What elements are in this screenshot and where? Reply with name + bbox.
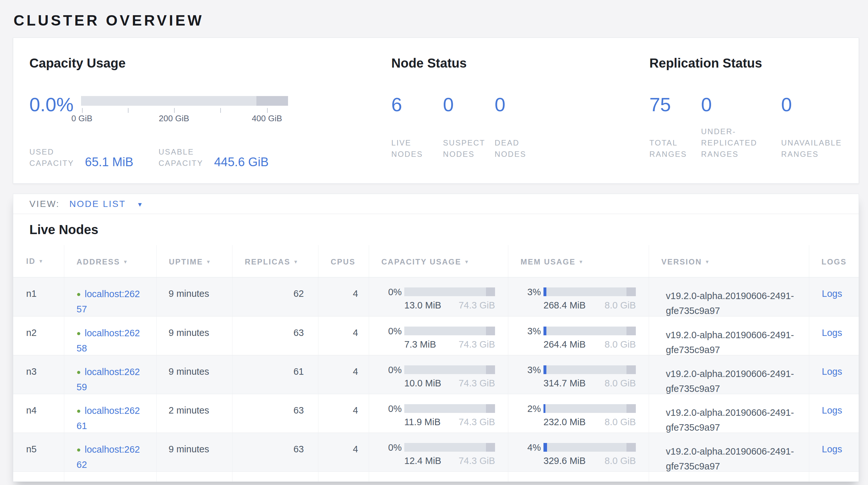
sort-arrow-icon: ▼ [293,259,299,264]
sort-arrow-icon: ▼ [579,259,584,264]
usage-bar [544,365,636,374]
usage-bar [404,326,495,335]
logs-link[interactable]: Logs [822,405,842,416]
under-replicated-ranges-label: UNDER-REPLICATED RANGES [701,126,771,160]
live-nodes-header: Live Nodes [13,214,859,245]
total-ranges-label: TOTAL RANGES [649,137,701,160]
table-body: n1●localhost:262579 minutes6240%13.0 MiB… [13,278,859,472]
usage-bar-reserved-segment [486,443,495,452]
usage-bar-reserved-segment [486,404,495,413]
usage-percent: 3% [508,364,541,375]
usage-used-value: 11.9 MiB [404,417,440,427]
usage-percent: 0% [369,364,402,375]
capacity-usage-cell: 0%10.0 MiB74.3 GiB [369,355,508,396]
column-header-uptime[interactable]: UPTIME▼ [156,245,232,277]
node-version-cell: v19.2.0-alpha.20190606-2491-gfe735c9a97 [649,278,809,318]
usage-bar [544,443,636,452]
live-nodes-stat: 6 LIVE NODES [392,95,443,160]
node-logs-cell: Logs [809,317,859,357]
capacity-bar-row: 0.0% 0 GiB200 GiB400 GiB [29,95,392,124]
node-list-dropdown[interactable]: NODE LIST ▼ [69,199,143,209]
page-title: CLUSTER OVERVIEW [13,12,855,29]
unavailable-ranges-count: 0 [781,95,859,115]
view-label: VIEW: [29,199,60,209]
usage-bar [404,365,495,374]
logs-link[interactable]: Logs [822,288,842,299]
dead-nodes-stat: 0 DEAD NODES [495,95,547,160]
node-id-cell: n5 [13,433,64,474]
column-header-cpus: CPUS [318,245,369,277]
usage-total-value: 8.0 GiB [604,339,636,350]
column-header-capacity-usage[interactable]: CAPACITY USAGE▼ [369,245,508,277]
node-uptime-cell: 2 minutes [156,394,232,435]
usage-used-value: 264.4 MiB [544,339,586,350]
column-header-address[interactable]: ADDRESS▼ [64,245,156,277]
node-address-link[interactable]: localhost:26262 [76,444,140,470]
node-version-cell: v19.2.0-alpha.20190606-2491-gfe735c9a97 [649,394,809,435]
logs-link[interactable]: Logs [822,327,842,338]
column-header-replicas[interactable]: REPLICAS▼ [232,245,318,277]
usage-percent: 0% [369,286,402,297]
node-list-dropdown-value: NODE LIST [69,199,126,209]
logs-link[interactable]: Logs [822,366,842,377]
usage-bar [404,443,495,452]
node-address-cell: ●localhost:26257 [64,278,156,318]
usage-percent: 0% [369,442,402,453]
table-header: ID▼ ADDRESS▼ UPTIME▼ REPLICAS▼ CPUS CAPA… [13,245,859,278]
node-address-link[interactable]: localhost:26257 [76,289,140,314]
axis-tick [267,108,268,113]
usage-total-value: 8.0 GiB [604,456,636,466]
column-header-id[interactable]: ID▼ [13,245,64,277]
sort-arrow-icon: ▼ [206,259,212,264]
usage-bar [404,287,495,296]
node-address-link[interactable]: localhost:26258 [76,328,140,353]
axis-tick [82,108,83,113]
column-header-version[interactable]: VERSION▼ [649,245,809,277]
sort-arrow-icon: ▼ [123,259,128,264]
node-id-cell: n3 [13,355,64,396]
usage-used-value: 329.6 MiB [544,456,586,466]
axis-tick-label: 200 GiB [159,113,189,123]
total-ranges-stat: 75 TOTAL RANGES [649,95,701,160]
capacity-usage-cell: 0%11.9 MiB74.3 GiB [369,394,508,435]
usage-bar-reserved-segment [626,326,636,335]
node-cpus-cell: 4 [318,394,369,435]
usage-bar [544,404,636,413]
table-row: n2●localhost:262589 minutes6340%7.3 MiB7… [13,316,859,355]
node-live-status-icon: ● [76,326,81,341]
node-logs-cell: Logs [809,355,859,396]
usage-used-value: 13.0 MiB [404,300,441,311]
usage-bar-reserved-segment [486,287,495,296]
node-address-cell: ●localhost:26262 [64,433,156,474]
usable-capacity-stat: USABLE CAPACITY 445.6 GiB [159,146,269,169]
usage-bar-reserved-segment [486,365,495,374]
node-logs-cell: Logs [809,433,859,474]
node-id-cell: n2 [13,317,64,357]
axis-tick [220,108,221,113]
node-address-link[interactable]: localhost:26261 [76,405,140,431]
node-id-cell: n1 [13,278,64,318]
usage-total-value: 8.0 GiB [604,417,636,427]
sort-arrow-icon: ▼ [38,258,44,264]
usage-total-value: 74.3 GiB [459,339,495,350]
node-cpus-cell: 4 [318,278,369,318]
table-row: n1●localhost:262579 minutes6240%13.0 MiB… [13,278,859,316]
capacity-usage-section: Capacity Usage 0.0% 0 GiB200 GiB400 GiB … [29,56,392,183]
node-cpus-cell: 4 [318,317,369,357]
usable-capacity-label: USABLE CAPACITY [159,146,206,169]
column-header-mem-usage[interactable]: MEM USAGE▼ [508,245,649,277]
usage-used-value: 12.4 MiB [404,456,441,466]
unavailable-ranges-label: UNAVAILABLE RANGES [781,137,851,160]
node-replicas-cell: 61 [232,355,318,396]
node-replicas-cell: 63 [232,394,318,435]
suspect-nodes-label: SUSPECT NODES [443,137,492,160]
logs-link[interactable]: Logs [822,444,842,454]
node-replicas-cell: 63 [232,317,318,357]
node-uptime-cell: 9 minutes [156,278,232,318]
node-address-link[interactable]: localhost:26259 [76,367,140,392]
live-nodes-label: LIVE NODES [392,137,440,160]
node-status-section: Node Status 6 LIVE NODES 0 SUSPECT NODES… [392,56,649,183]
usage-bar-reserved-segment [626,365,636,374]
mem-usage-cell: 3%314.7 MiB8.0 GiB [508,355,649,396]
capacity-axis-ticks [81,106,288,113]
